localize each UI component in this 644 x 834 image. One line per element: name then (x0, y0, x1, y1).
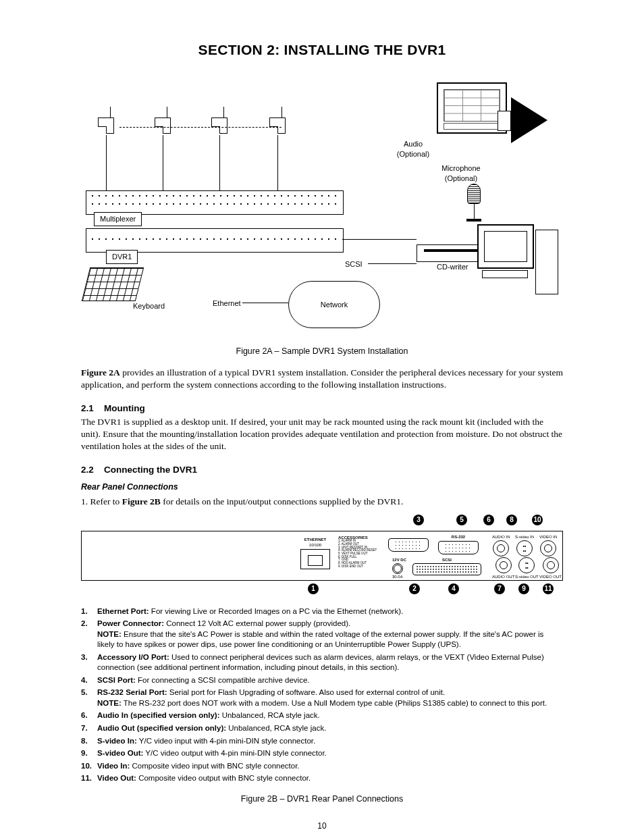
heading-2-1: 2.1Mounting (81, 402, 563, 415)
figure-2b-caption: Figure 2B – DVR1 Rear Panel Connections (81, 793, 563, 805)
wire (342, 239, 417, 240)
wire (219, 135, 220, 190)
intro-paragraph: Figure 2A provides an illustration of a … (81, 367, 563, 391)
def-5: 5.RS-232 Serial Port: Serial port for Fl… (81, 687, 563, 708)
def-8: 8.S-video In: Y/C video input with 4-pin… (81, 736, 563, 747)
panel-label-svideo-out: S-video OUT (515, 574, 539, 579)
svideo-in-jack-icon (516, 540, 533, 556)
label-scsi: SCSI (345, 259, 363, 269)
def-3: 3.Accessory I/O Port: Used to connect pe… (81, 652, 563, 673)
scsi-port-icon (412, 563, 481, 575)
callout-11: 11 (543, 583, 554, 594)
keyboard-icon (82, 267, 144, 301)
subhead-rear-panel: Rear Panel Connections (81, 481, 563, 493)
heading-2-2-num: 2.2 (81, 464, 104, 476)
label-audio-optional: Audio (Optional) (383, 139, 444, 159)
microphone-icon (464, 184, 484, 224)
callout-8: 8 (506, 515, 517, 525)
rear-panel: ETHERNET 10/100 ACCESSORIES 1. ALARM IN … (81, 531, 563, 581)
accessory-io-port-icon (388, 538, 429, 552)
camera-icon (98, 107, 122, 131)
def-9: 9.S-video Out: Y/C video output with 4-p… (81, 748, 563, 759)
heading-2-1-text: Mounting (104, 403, 145, 413)
def-1: 1.Ethernet Port: For viewing Live or Rec… (81, 606, 563, 617)
ethernet-port-icon (300, 549, 330, 569)
monitor-icon (437, 82, 507, 134)
wire (163, 135, 163, 190)
label-keyboard: Keyboard (133, 301, 165, 311)
heading-2-2-text: Connecting the DVR1 (104, 465, 197, 475)
label-cdwriter: CD-writer (437, 262, 468, 272)
wire (106, 135, 107, 190)
def-6: 6.Audio In (specified version only): Unb… (81, 710, 563, 721)
rear-panel-definitions: 1.Ethernet Port: For viewing Live or Rec… (81, 606, 563, 784)
intro-rest: provides an illustration of a typical DV… (81, 367, 563, 390)
callout-4: 4 (448, 583, 459, 594)
computer-icon (477, 224, 558, 298)
heading-2-1-num: 2.1 (81, 402, 104, 415)
panel-label-audio-out: AUDIO OUT (492, 574, 514, 579)
panel-label-power: 12V DC (392, 557, 406, 563)
callout-7: 7 (494, 583, 505, 594)
multiplexer-unit (86, 190, 344, 215)
section-title: SECTION 2: INSTALLING THE DVR1 (81, 41, 563, 59)
panel-label-power-sub: 30.0A (392, 574, 406, 579)
figure-2b: 3 5 6 8 10 ETHERNET 10/100 ACCESSORIES 1… (81, 515, 563, 805)
wire (368, 263, 417, 264)
callout-10: 10 (532, 515, 543, 525)
rs232-port-icon (438, 541, 479, 554)
step-1: 1. Refer to Figure 2B for details on the… (81, 496, 563, 508)
heading-2-2: 2.2Connecting the DVR1 (81, 464, 563, 476)
panel-label-rs232: RS-232 (438, 534, 479, 540)
callout-3: 3 (413, 515, 424, 525)
def-2: 2.Power Connector: Connect 12 Volt AC ex… (81, 619, 563, 650)
wire (242, 303, 288, 303)
label-ethernet: Ethernet (213, 298, 241, 309)
svideo-out-jack-icon (518, 557, 535, 573)
wire (277, 135, 278, 190)
page-root: SECTION 2: INSTALLING THE DVR1 Audio (Op… (0, 0, 644, 834)
def-4: 4.SCSI Port: For connecting a SCSI compa… (81, 675, 563, 686)
panel-label-scsi: SCSI (412, 557, 481, 563)
audio-in-jack-icon (493, 540, 509, 556)
label-microphone-optional: Microphone (Optional) (427, 163, 495, 184)
label-network: Network (321, 300, 348, 310)
dvr1-unit (86, 228, 344, 253)
video-in-jack-icon (540, 540, 556, 556)
panel-label-ethernet-sub: 10/100 (300, 542, 330, 548)
def-7: 7.Audio Out (specified version only): Un… (81, 723, 563, 734)
intro-lead: Figure 2A (81, 367, 120, 377)
callout-1: 1 (308, 583, 319, 594)
label-dvr1: DVR1 (106, 250, 138, 264)
label-multiplexer: Multiplexer (94, 212, 142, 226)
figure-2a-diagram: Audio (Optional) Microphone (Optional) M… (86, 77, 558, 334)
video-out-jack-icon (543, 557, 559, 573)
panel-label-ethernet: ETHERNET (300, 537, 330, 542)
speaker-icon (511, 97, 547, 143)
callout-2: 2 (409, 583, 420, 594)
panel-label-video-out: VIDEO OUT (539, 574, 562, 579)
def-11: 11.Video Out: Composite video output wit… (81, 773, 563, 784)
def-10: 10.Video In: Composite video input with … (81, 761, 563, 772)
section-2-1-body: The DVR1 is supplied as a desktop unit. … (81, 416, 563, 453)
panel-label-video-in: VIDEO IN (539, 534, 557, 540)
network-cloud-icon: Network (288, 281, 380, 328)
callout-9: 9 (518, 583, 529, 594)
panel-label-svideo-in: S-video IN (515, 534, 534, 540)
audio-out-jack-icon (495, 557, 512, 573)
connector-dashed (119, 127, 281, 128)
callout-6: 6 (483, 515, 494, 525)
panel-label-acc-pins: 1. ALARM IN 2. ALARM OUT 3. UNIT RESTART… (338, 540, 385, 568)
panel-label-audio-in: AUDIO IN (492, 534, 510, 540)
callout-5: 5 (456, 515, 467, 525)
power-connector-icon (392, 563, 403, 574)
page-number: 10 (81, 820, 563, 831)
figure-2a-caption: Figure 2A – Sample DVR1 System Installat… (81, 346, 563, 357)
